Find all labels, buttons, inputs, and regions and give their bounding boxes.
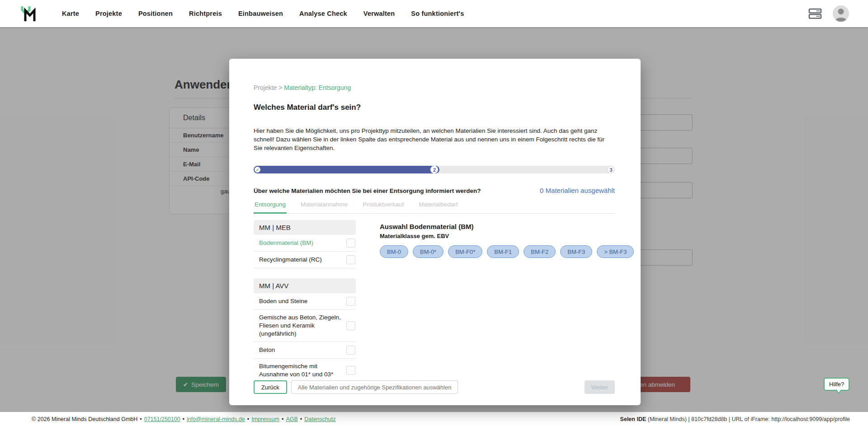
- material-group-mm-avv: MM | AVVBoden und SteineGemische aus Bet…: [254, 278, 356, 383]
- tab-entsorgung[interactable]: Entsorgung: [254, 201, 287, 214]
- material-item-label: Beton: [259, 346, 346, 354]
- footer-link-impressum[interactable]: Impressum: [251, 416, 279, 422]
- material-item-bodenmaterial-bm[interactable]: Bodenmaterial (BM): [254, 235, 356, 252]
- dialog-description: Hier haben Sie die Möglichkeit, uns pro …: [254, 126, 615, 152]
- navbar-actions: [808, 5, 849, 22]
- progress-fill: ✓: [254, 166, 439, 173]
- server-icon[interactable]: [808, 7, 822, 20]
- selection-subtitle: Materialklasse gem. EBV: [380, 233, 634, 239]
- progress-step-3: 3: [607, 166, 615, 173]
- tab-materialannahme[interactable]: Materialannahme: [300, 201, 349, 213]
- user-avatar[interactable]: [833, 5, 849, 22]
- group-header-mm-avv: MM | AVV: [254, 278, 356, 293]
- material-class-chips: BM-0BM-0*BM-F0*BM-F1BM-F2BM-F3> BM-F3: [380, 245, 634, 258]
- copyright-text: © 2026 Mineral Minds Deutschland GmbH: [32, 416, 137, 422]
- material-list: MM | MEBBodenmaterial (BM)Recyclingmater…: [254, 220, 356, 393]
- material-item-label: Bitumengemische mit Ausnahme von 01* und…: [259, 362, 346, 379]
- checkbox[interactable]: [346, 346, 355, 355]
- footer-link-datenschutz[interactable]: Datenschutz: [304, 416, 335, 422]
- chip-bm-f3[interactable]: BM-F3: [560, 245, 592, 258]
- question-label: Über welche Materialien möchten Sie bei …: [254, 187, 481, 194]
- material-item-label: Recyclingmaterial (RC): [259, 256, 346, 264]
- select-all-button[interactable]: Alle Materialien und zugehörige Spezifik…: [291, 380, 458, 394]
- next-button[interactable]: Weiter: [585, 380, 615, 394]
- dialog-title: Welches Material darf's sein?: [254, 103, 615, 112]
- tab-produktverkauf[interactable]: Produktverkauf: [362, 201, 405, 213]
- app-logo-icon[interactable]: [20, 4, 38, 23]
- group-header-mm-meb: MM | MEB: [254, 220, 356, 235]
- help-tooltip[interactable]: Hilfe?: [824, 378, 849, 391]
- dialog-actions: Zurück Alle Materialien und zugehörige S…: [254, 380, 615, 394]
- nav-item-karte[interactable]: Karte: [62, 10, 79, 17]
- nav-item-analyse-check[interactable]: Analyse Check: [299, 10, 347, 17]
- footer-separator: •: [300, 416, 302, 422]
- footer-separator: •: [140, 416, 142, 422]
- checkbox[interactable]: [346, 239, 355, 248]
- tab-materialbedarf[interactable]: Materialbedarf: [418, 201, 458, 213]
- footer-separator: •: [247, 416, 249, 422]
- chip-bm-0[interactable]: BM-0*: [413, 245, 443, 258]
- material-item-beton[interactable]: Beton: [254, 342, 356, 359]
- step1-check-icon: ✓: [255, 167, 260, 173]
- chip-bm-f0[interactable]: BM-F0*: [448, 245, 482, 258]
- nav-item-positionen[interactable]: Positionen: [138, 10, 173, 17]
- nav-item-verwalten[interactable]: Verwalten: [363, 10, 395, 17]
- chip-bm-f2[interactable]: BM-F2: [524, 245, 556, 258]
- footer-link-info-mineral-minds-de[interactable]: info@mineral-minds.de: [187, 416, 245, 422]
- nav-item-so-funktioniert-s[interactable]: So funktioniert's: [411, 10, 464, 17]
- selection-panel: Auswahl Bodenmaterial (BM) Materialklass…: [380, 220, 634, 393]
- breadcrumb-prefix[interactable]: Projekte >: [254, 84, 284, 91]
- avatar-body-icon: [835, 18, 847, 22]
- material-item-label: Gemische aus Beton, Ziegeln, Fliesen und…: [259, 314, 346, 338]
- nav-item-richtpreis[interactable]: Richtpreis: [189, 10, 222, 17]
- footer-separator: •: [282, 416, 283, 422]
- selection-title: Auswahl Bodenmaterial (BM): [380, 223, 634, 230]
- chip-bm-f1[interactable]: BM-F1: [487, 245, 519, 258]
- material-group-mm-meb: MM | MEBBodenmaterial (BM)Recyclingmater…: [254, 220, 356, 268]
- footer-link-07151-250100[interactable]: 07151/250100: [144, 416, 180, 422]
- chip-bm-f3[interactable]: > BM-F3: [597, 245, 634, 258]
- footer: © 2026 Mineral Minds Deutschland GmbH•07…: [0, 412, 868, 426]
- material-item-recyclingmaterial-rc[interactable]: Recyclingmaterial (RC): [254, 252, 356, 268]
- footer-separator: •: [183, 416, 184, 422]
- navbar: KarteProjektePositionenRichtpreisEinbauw…: [0, 0, 868, 27]
- footer-left: © 2026 Mineral Minds Deutschland GmbH•07…: [32, 416, 336, 422]
- chip-bm-0[interactable]: BM-0: [380, 245, 408, 258]
- nav-item-projekte[interactable]: Projekte: [95, 10, 122, 17]
- checkbox[interactable]: [346, 321, 355, 330]
- breadcrumb-current: Materialtyp: Entsorgung: [284, 84, 351, 91]
- nav-menu: KarteProjektePositionenRichtpreisEinbauw…: [62, 10, 464, 17]
- material-item-label: Boden und Steine: [259, 297, 346, 305]
- avatar-head-icon: [838, 9, 844, 14]
- material-item-bitumengemische-mit-ausnahme-von-01-und-03[interactable]: Bitumengemische mit Ausnahme von 01* und…: [254, 359, 356, 383]
- selected-count[interactable]: 0 Materialien ausgewählt: [540, 187, 615, 194]
- footer-link-agb[interactable]: AGB: [286, 416, 297, 422]
- checkbox[interactable]: [346, 255, 355, 264]
- progress-bar: ✓ 2 3: [254, 166, 615, 173]
- checkbox[interactable]: [346, 366, 355, 375]
- material-item-label: Bodenmaterial (BM): [259, 239, 346, 247]
- breadcrumb: Projekte > Materialtyp: Entsorgung: [254, 84, 615, 91]
- material-item-gemische-aus-beton-ziegeln-fliesen-und-keramik-ungef-hrlich[interactable]: Gemische aus Beton, Ziegeln, Fliesen und…: [254, 310, 356, 342]
- material-selection-dialog: Projekte > Materialtyp: Entsorgung Welch…: [229, 59, 641, 405]
- footer-debug-info: Selen IDE (Mineral Minds) | 810c7fd28d8b…: [620, 416, 850, 422]
- back-button[interactable]: Zurück: [254, 380, 287, 394]
- material-item-boden-und-steine[interactable]: Boden und Steine: [254, 293, 356, 310]
- nav-item-einbauweisen[interactable]: Einbauweisen: [238, 10, 283, 17]
- material-type-tabs: EntsorgungMaterialannahmeProduktverkaufM…: [254, 201, 615, 214]
- checkbox[interactable]: [346, 297, 355, 306]
